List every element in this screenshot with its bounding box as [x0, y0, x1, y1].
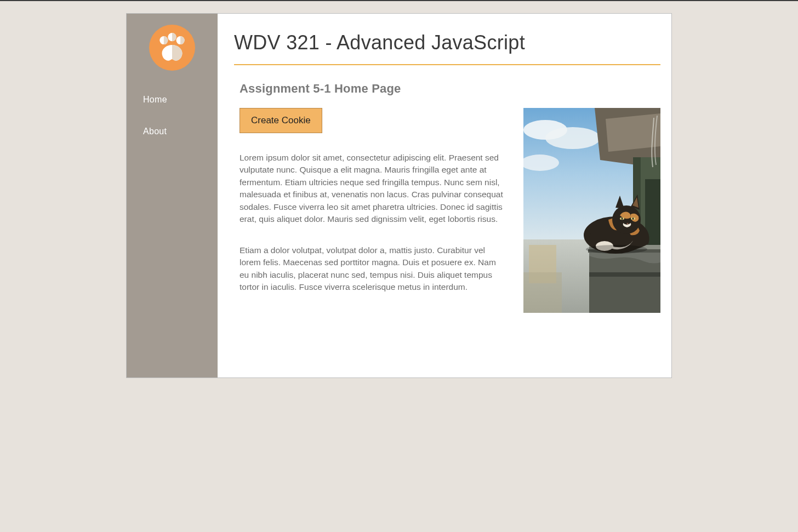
- paragraph-1: Lorem ipsum dolor sit amet, consectetur …: [240, 152, 507, 226]
- svg-point-29: [622, 218, 623, 220]
- text-column: Create Cookie Lorem ipsum dolor sit amet…: [240, 108, 507, 294]
- image-column: [523, 108, 660, 313]
- two-column-layout: Create Cookie Lorem ipsum dolor sit amet…: [240, 108, 660, 313]
- svg-point-33: [586, 245, 647, 254]
- svg-rect-11: [523, 272, 562, 313]
- main-content: WDV 321 - Advanced JavaScript Assignment…: [218, 14, 671, 377]
- cat-photo: [523, 108, 660, 313]
- svg-point-7: [545, 127, 600, 149]
- logo-wrap: [127, 25, 218, 84]
- svg-rect-21: [589, 272, 660, 277]
- assignment-title: Assignment 5-1 Home Page: [240, 82, 660, 96]
- sidebar-item-label: About: [143, 127, 167, 136]
- create-cookie-button[interactable]: Create Cookie: [240, 108, 322, 133]
- page-title: WDV 321 - Advanced JavaScript: [234, 28, 660, 64]
- paragraph-2: Etiam a dolor volutpat, volutpat dolor a…: [240, 244, 507, 294]
- sidebar-item-about[interactable]: About: [127, 116, 218, 147]
- paw-logo-icon: [149, 25, 195, 71]
- content-area: Assignment 5-1 Home Page Create Cookie L…: [234, 82, 660, 313]
- top-strip: [0, 0, 798, 1]
- sidebar: Home About: [127, 14, 218, 377]
- title-divider: [234, 64, 660, 65]
- page-container: Home About WDV 321 - Advanced JavaScript…: [126, 13, 672, 378]
- sidebar-item-label: Home: [143, 95, 167, 104]
- svg-rect-20: [589, 272, 660, 313]
- sidebar-item-home[interactable]: Home: [127, 84, 218, 116]
- svg-point-30: [632, 218, 634, 220]
